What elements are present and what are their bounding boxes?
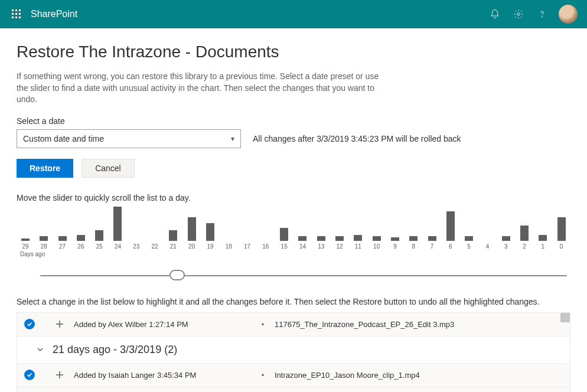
page-content: Restore The Intrazone - Documents If som… — [0, 28, 587, 392]
svg-rect-6 — [12, 17, 14, 18]
bullet-icon: • — [251, 320, 275, 329]
chart-x-axis-label: Days ago — [17, 251, 570, 257]
svg-rect-5 — [19, 13, 21, 15]
app-launcher-icon[interactable] — [5, 2, 28, 26]
date-preset-dropdown[interactable]: Custom date and time ▾ — [17, 129, 241, 148]
slider-instruction: Move the slider to quickly scroll the li… — [17, 193, 570, 202]
row-checkbox[interactable] — [24, 370, 35, 380]
page-title: Restore The Intrazone - Documents — [17, 43, 570, 61]
svg-rect-3 — [12, 13, 14, 15]
help-icon[interactable] — [530, 2, 554, 26]
chevron-down-icon: ▾ — [231, 135, 234, 143]
add-icon — [45, 320, 74, 328]
chart-bar: 12 — [334, 236, 345, 250]
chart-bar: 9 — [390, 237, 400, 250]
brand-label: SharePoint — [31, 9, 77, 19]
chart-bar: 21 — [168, 230, 178, 250]
chart-bar: 15 — [279, 228, 289, 250]
chart-bar: 28 — [38, 236, 49, 250]
group-title: 21 days ago - 3/3/2019 (2) — [53, 344, 570, 356]
svg-rect-1 — [15, 9, 17, 11]
top-bar: SharePoint — [0, 0, 587, 28]
restore-button[interactable]: Restore — [17, 159, 73, 178]
chart-bar: 16 — [260, 241, 271, 250]
chart-bar: 18 — [223, 241, 234, 250]
chart-bar: 1 — [537, 235, 548, 250]
chart-bar: 6 — [445, 211, 456, 250]
add-icon — [45, 371, 74, 379]
chart-bar: 29 — [20, 239, 31, 250]
dropdown-value: Custom date and time — [23, 134, 104, 143]
svg-point-10 — [542, 17, 542, 17]
list-item[interactable]: Added by Alex Wilber 1:27:14 PM • 117675… — [17, 313, 570, 337]
bullet-icon: • — [251, 371, 275, 380]
svg-rect-8 — [19, 17, 21, 18]
settings-icon[interactable] — [507, 2, 530, 26]
change-list-instruction: Select a change in the list below to hig… — [17, 297, 570, 306]
chart-bar: 14 — [297, 236, 308, 250]
select-date-label: Select a date — [17, 116, 570, 126]
chart-bar: 27 — [57, 236, 68, 250]
chart-bar: 7 — [427, 236, 438, 250]
change-list: Added by Alex Wilber 1:27:14 PM • 117675… — [17, 312, 570, 392]
chart-bar: 3 — [501, 236, 511, 250]
chevron-down-icon — [17, 345, 53, 354]
svg-rect-7 — [15, 17, 17, 18]
chart-bar: 17 — [242, 241, 253, 250]
chart-bar: 23 — [131, 241, 142, 250]
user-avatar[interactable] — [559, 5, 578, 24]
row-action-text: Added by Isaiah Langer 3:45:34 PM — [74, 371, 251, 380]
chart-bar: 11 — [353, 235, 363, 250]
chart-bar: 8 — [408, 236, 419, 250]
day-slider[interactable] — [40, 270, 567, 282]
svg-point-9 — [517, 13, 520, 16]
notifications-icon[interactable] — [483, 2, 507, 26]
svg-rect-2 — [19, 9, 21, 11]
chart-bar: 4 — [482, 241, 493, 250]
row-file-name: 117675_The_Intrazone_Podcast_EP_26_Edit … — [275, 320, 570, 329]
chart-bar: 2 — [519, 226, 530, 250]
row-checkbox[interactable] — [24, 319, 35, 329]
row-action-text: Added by Alex Wilber 1:27:14 PM — [74, 320, 251, 329]
list-group-header[interactable]: 21 days ago - 3/3/2019 (2) — [17, 337, 570, 364]
chart-bar: 13 — [316, 236, 327, 250]
chart-bar: 0 — [556, 217, 567, 250]
slider-line — [40, 275, 567, 276]
activity-chart: 2928272625242322212019181716151413121110… — [17, 208, 570, 262]
svg-rect-4 — [15, 13, 17, 15]
chart-bar: 19 — [205, 223, 216, 250]
chart-bar: 22 — [149, 241, 160, 250]
slider-thumb[interactable] — [169, 270, 185, 280]
rollback-message: All changes after 3/3/2019 3:45:23 PM wi… — [253, 134, 461, 143]
chart-bar: 25 — [94, 230, 105, 250]
chart-bar: 10 — [371, 236, 382, 250]
scrollbar-up-icon[interactable] — [560, 313, 570, 322]
chart-bar: 5 — [464, 236, 474, 250]
chart-bar: 20 — [187, 217, 197, 250]
list-item[interactable]: Added by Isaiah Langer 3:45:34 PM • Intr… — [17, 364, 570, 387]
list-item[interactable]: Deleted by Isaiah Langer 3:45:23 PM • In… — [17, 387, 570, 392]
chart-bar: 26 — [76, 235, 86, 250]
svg-rect-0 — [12, 9, 14, 11]
row-file-name: Intrazone_EP10_Jason Moore_clip_1.mp4 — [275, 371, 570, 380]
page-description: If something went wrong, you can restore… — [17, 71, 383, 106]
chart-bar: 24 — [112, 207, 123, 250]
cancel-button[interactable]: Cancel — [81, 159, 135, 178]
